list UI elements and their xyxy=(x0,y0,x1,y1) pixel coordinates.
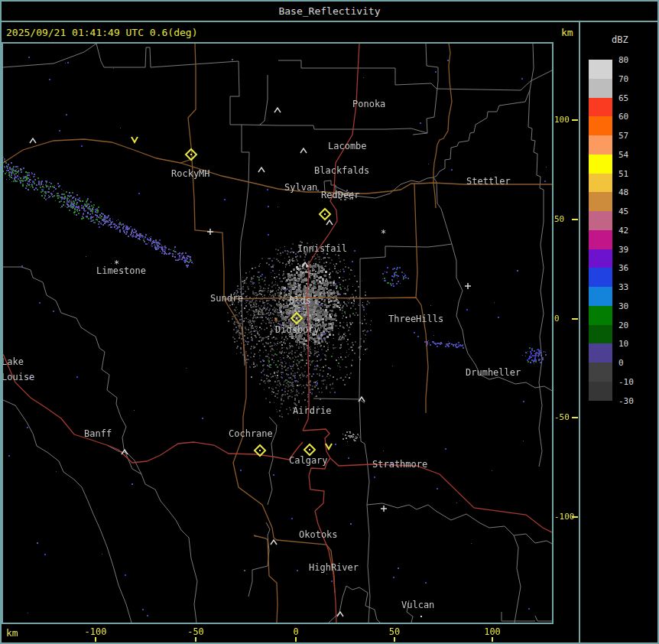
city-label-threehills: ThreeHills xyxy=(388,314,443,324)
caret-marker-icon xyxy=(326,220,333,225)
colorbar-swatch xyxy=(589,268,612,287)
horizontal-axis-tick-mark xyxy=(492,637,493,642)
colorbar-swatch xyxy=(589,79,612,98)
city-label-lake: Lake xyxy=(3,356,24,367)
city-label-vulcan: Vulcan xyxy=(401,600,434,610)
colorbar-value-label: -30 xyxy=(618,396,649,406)
horizontal-axis-tick-mark xyxy=(394,637,395,642)
caret-marker-icon xyxy=(337,612,343,616)
vertical-distance-axis: 100500-50-100 xyxy=(553,42,579,624)
colorbar-value-label: 42 xyxy=(618,226,649,236)
plus-marker-icon xyxy=(207,229,213,235)
caret-marker-icon xyxy=(302,262,308,267)
city-label-highriver: HighRiver xyxy=(309,562,359,573)
colorbar-value-label: 20 xyxy=(618,320,649,330)
city-label-cochrane: Cochrane xyxy=(229,428,273,439)
colorbar-value-label: 36 xyxy=(618,263,649,273)
window-title: Base_Reflectivity xyxy=(278,5,380,17)
radar-site-center-dot xyxy=(259,450,261,451)
city-label-rockymh: RockyMH xyxy=(171,168,210,179)
horizontal-axis-unit-label: km xyxy=(6,627,18,639)
colorbar-value-label: 51 xyxy=(618,169,649,179)
horizontal-distance-axis: km -100-50050100 xyxy=(2,624,579,642)
wind-barb-v-icon xyxy=(131,137,138,142)
city-label-louise: Louise xyxy=(3,372,34,382)
plus-marker-icon xyxy=(465,283,471,289)
city-label-didsbury: Didsbury xyxy=(275,324,320,335)
vertical-axis-tick-mark xyxy=(572,417,578,418)
city-label-blackfalds: Blackfalds xyxy=(314,165,369,176)
colorbar-value-label: 60 xyxy=(618,112,649,122)
horizontal-axis-tick-mark xyxy=(295,637,297,642)
colorbar-value-label: 10 xyxy=(618,339,649,349)
colorbar-swatch xyxy=(589,211,612,230)
caret-marker-icon xyxy=(271,540,277,545)
colorbar-swatch xyxy=(589,174,612,193)
city-label-stettler: Stettler xyxy=(466,176,511,187)
colorbar-swatch xyxy=(589,154,612,174)
reflectivity-colorbar-panel: dBZ 807065605754514845423936333020100-10… xyxy=(580,22,657,642)
horizontal-axis-tick-label: 100 xyxy=(469,626,515,637)
colorbar-swatch xyxy=(589,230,612,249)
city-label-airdrie: Airdrie xyxy=(293,405,332,416)
status-bar: 2025/09/21 01:41:49 UTC 0.6(deg) km xyxy=(2,22,579,42)
horizontal-axis-tick-label: -50 xyxy=(173,626,219,637)
map-marker-layer: ** xyxy=(30,108,471,617)
radar-map-viewport[interactable]: ** PonokaLacombeBlackfaldsSylvanRedDeerS… xyxy=(2,42,553,624)
colorbar-value-label: 65 xyxy=(618,93,649,103)
city-label-innisfail: Innisfail xyxy=(297,243,347,254)
caret-marker-icon xyxy=(300,148,307,153)
city-label-banff: Banff xyxy=(84,428,112,439)
colorbar-swatch xyxy=(589,98,612,117)
colorbar-swatch xyxy=(589,60,612,79)
colorbar-swatch xyxy=(589,135,612,154)
city-label-ponoka: Ponoka xyxy=(352,99,385,109)
horizontal-axis-tick-label: 0 xyxy=(273,626,319,637)
horizontal-axis-tick-mark xyxy=(195,637,196,642)
colorbar-swatch xyxy=(589,382,612,401)
colorbar-swatch xyxy=(589,325,612,344)
vertical-axis-tick-mark xyxy=(572,119,578,121)
colorbar-value-label: 45 xyxy=(618,207,649,216)
dot-marker xyxy=(420,616,422,617)
colorbar-value-label: 54 xyxy=(618,150,649,160)
radar-site-center-dot xyxy=(324,213,326,215)
radar-site-center-dot xyxy=(296,317,297,319)
plus-marker-icon xyxy=(381,506,387,512)
city-label-reddeer: RedDeer xyxy=(321,190,360,200)
horizontal-axis-tick-mark xyxy=(95,637,96,642)
city-label-strathmore: Strathmore xyxy=(372,459,427,470)
colorbar-value-label: 0 xyxy=(618,358,649,368)
colorbar-value-label: 33 xyxy=(618,282,649,292)
city-label-okotoks: Okotoks xyxy=(299,529,338,540)
city-label-calgary: Calgary xyxy=(289,455,328,466)
colorbar-swatch xyxy=(589,343,612,363)
orange-echo-dot xyxy=(275,318,278,320)
city-label-olds: Olds xyxy=(289,295,311,306)
colorbar-title: dBZ xyxy=(612,34,628,45)
title-bar: Base_Reflectivity xyxy=(2,2,657,22)
radar-application-window: Base_Reflectivity 2025/09/21 01:41:49 UT… xyxy=(0,0,659,644)
caret-marker-icon xyxy=(274,108,281,112)
wind-barb-v-icon xyxy=(326,444,332,449)
vertical-axis-tick-mark xyxy=(572,318,578,320)
vertical-axis-tick-mark xyxy=(572,516,578,518)
colorbar-value-label: 30 xyxy=(618,301,649,311)
vertical-axis-tick-mark xyxy=(572,219,578,220)
horizontal-axis-tick-label: -100 xyxy=(73,626,118,637)
colorbar-swatch xyxy=(589,287,612,306)
asterisk-marker-icon: * xyxy=(381,228,386,239)
vertical-axis-unit-label: km xyxy=(561,27,573,38)
city-label-sylvan: Sylvan xyxy=(284,182,317,193)
colorbar-swatch xyxy=(589,363,612,382)
colorbar-value-label: 39 xyxy=(618,245,649,255)
colorbar-swatch xyxy=(589,116,612,135)
radar-site-center-dot xyxy=(309,449,310,450)
colorbar-value-label: 48 xyxy=(618,187,649,197)
city-label-lacombe: Lacombe xyxy=(328,141,367,151)
scan-timestamp-elevation: 2025/09/21 01:41:49 UTC 0.6(deg) xyxy=(6,27,197,38)
colorbar-value-label: 70 xyxy=(618,74,649,84)
panel-separator xyxy=(579,22,580,642)
caret-marker-icon xyxy=(258,168,265,172)
colorbar-swatch xyxy=(589,306,612,325)
